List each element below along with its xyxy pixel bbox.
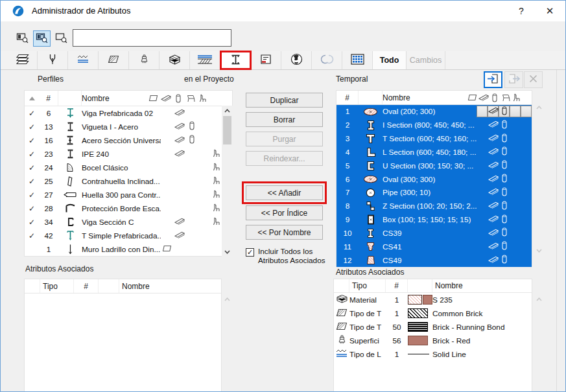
avail-column-empty[interactable] — [185, 161, 198, 174]
row-checkmark[interactable]: ✓ — [25, 218, 39, 227]
avail-stair-icon[interactable] — [210, 161, 222, 174]
avail-wall-empty[interactable] — [161, 147, 173, 161]
tab-cities[interactable] — [281, 51, 312, 69]
avail-stair-empty[interactable] — [210, 133, 222, 147]
avail-railing-empty[interactable] — [198, 106, 210, 120]
add-button[interactable]: << Añadir — [246, 185, 323, 200]
column-header-name[interactable]: Nombre — [119, 279, 221, 293]
avail-stair-icon[interactable] — [210, 147, 222, 161]
avail-column-icon[interactable] — [499, 119, 510, 132]
associated-attribute-row[interactable]: Tipo de L1Solid Line — [334, 347, 532, 361]
column-header-name[interactable]: Nombre — [82, 91, 147, 106]
profile-row[interactable]: ✓27Huella 300 para Contr... — [25, 188, 222, 202]
row-checkmark[interactable]: ✓ — [25, 231, 39, 240]
avail-wall-empty[interactable] — [477, 200, 488, 213]
tab-layers[interactable] — [7, 51, 38, 69]
scroll-up-icon[interactable] — [222, 294, 233, 304]
tab-todo[interactable]: Todo — [373, 51, 407, 69]
profile-row[interactable]: ✓6Viga Prefabricada 02 — [25, 106, 222, 120]
avail-beam-icon[interactable] — [488, 145, 499, 159]
associated-attribute-row[interactable]: Superfici56Brick - Red — [334, 334, 532, 347]
close-button[interactable]: ✕ — [537, 1, 563, 21]
avail-railing-empty[interactable] — [510, 145, 521, 159]
save-attributes-button[interactable] — [504, 71, 523, 88]
avail-column-empty[interactable] — [185, 188, 198, 202]
avail-beam-icon[interactable] — [488, 226, 499, 240]
scroll-thumb[interactable] — [223, 116, 231, 144]
tab-pen[interactable] — [38, 51, 68, 69]
avail-railing-empty[interactable] — [198, 174, 210, 188]
avail-railing-empty[interactable] — [198, 215, 210, 229]
avail-stair-empty[interactable] — [521, 186, 532, 200]
avail-railing-empty[interactable] — [198, 133, 210, 147]
scroll-down-icon[interactable] — [534, 246, 545, 255]
temporal-row[interactable]: 9Box (100; 15; 150; 15; 15) — [336, 213, 532, 227]
avail-stair-empty[interactable] — [521, 253, 532, 267]
avail-stair-empty[interactable] — [521, 200, 532, 213]
column-header-name[interactable]: Nombre — [432, 279, 532, 292]
temporal-row[interactable]: 4L Section (600; 450; 180; ... — [336, 145, 532, 159]
avail-beam-icon[interactable] — [173, 229, 185, 242]
by-name-button[interactable]: << Por Nombre — [246, 225, 323, 240]
temporal-row[interactable]: 11CS41 — [336, 240, 532, 253]
temporal-row[interactable]: 7Pipe (300; 10) — [336, 186, 532, 200]
avail-railing-empty[interactable] — [510, 119, 521, 132]
associated-attribute-row[interactable]: Material1S 235 — [334, 293, 532, 306]
avail-railing-empty[interactable] — [198, 147, 210, 161]
duplicate-button[interactable]: Duplicar — [246, 93, 323, 108]
avail-stair-empty[interactable] — [521, 119, 532, 132]
temporal-row[interactable]: 8Z Section (100; 20; 150; 2... — [336, 200, 532, 213]
associated-attribute-row[interactable]: Tipo de T50Brick - Running Bond — [334, 320, 532, 334]
avail-stair-icon[interactable] — [210, 174, 222, 188]
temporal-row[interactable]: 3T Section (600; 450; 160; ... — [336, 132, 532, 146]
avail-column-icon[interactable] — [185, 120, 198, 133]
avail-beam-icon[interactable] — [173, 120, 185, 133]
avail-beam-icon[interactable] — [488, 200, 499, 213]
avail-column-icon[interactable] — [499, 213, 510, 227]
avail-wall-empty[interactable] — [161, 215, 173, 229]
tab-fill[interactable] — [99, 51, 129, 69]
avail-column-icon[interactable] — [499, 226, 510, 240]
avail-beam-empty[interactable] — [173, 242, 185, 256]
column-header-type[interactable]: Tipo — [349, 279, 386, 292]
avail-stair-empty[interactable] — [521, 159, 532, 172]
tab-building-material[interactable] — [159, 51, 190, 69]
avail-railing-empty[interactable] — [510, 240, 521, 253]
profiles-scrollbar[interactable] — [222, 106, 233, 257]
avail-wall-empty[interactable] — [161, 120, 173, 133]
avail-railing-empty[interactable] — [510, 253, 521, 267]
avail-stair-empty[interactable] — [521, 213, 532, 227]
profile-row[interactable]: ✓23IPE 240 — [25, 147, 222, 161]
tab-composite[interactable] — [190, 51, 220, 69]
avail-column-empty[interactable] — [185, 147, 198, 161]
temporal-row[interactable]: 5U Section (300; 150; 30; ... — [336, 159, 532, 172]
avail-column-icon[interactable] — [499, 145, 510, 159]
row-checkmark[interactable]: ✓ — [25, 190, 39, 200]
scroll-up-icon[interactable] — [222, 106, 233, 115]
avail-beam-icon[interactable] — [488, 119, 499, 132]
avail-wall-empty[interactable] — [477, 132, 488, 146]
avail-railing-empty[interactable] — [510, 159, 521, 172]
by-index-button[interactable]: << Por Índice — [246, 205, 323, 220]
avail-column-empty[interactable] — [185, 242, 198, 256]
filter-by-name-button[interactable] — [53, 30, 70, 47]
avail-railing-empty[interactable] — [510, 186, 521, 200]
avail-stair-icon[interactable] — [210, 202, 222, 215]
column-header-num[interactable]: # — [386, 279, 408, 292]
avail-column-icon[interactable] — [499, 253, 510, 267]
tab-profile[interactable] — [220, 51, 251, 69]
avail-railing-empty[interactable] — [198, 229, 210, 242]
avail-beam-icon[interactable] — [173, 133, 185, 147]
avail-beam-empty[interactable] — [173, 202, 185, 215]
profile-row[interactable]: ✓16Acero Sección Universal — [25, 133, 222, 147]
avail-stair-empty[interactable] — [521, 145, 532, 159]
avail-stair-empty[interactable] — [210, 120, 222, 133]
avail-stair-empty[interactable] — [521, 226, 532, 240]
avail-column-icon[interactable] — [499, 159, 510, 172]
clear-temporal-button[interactable] — [524, 71, 543, 88]
avail-column-icon[interactable] — [499, 106, 510, 117]
purge-button[interactable]: Purgar — [246, 132, 323, 146]
tab-operation[interactable] — [312, 51, 342, 69]
avail-wall-empty[interactable] — [161, 106, 173, 120]
avail-column-icon[interactable] — [499, 200, 510, 213]
